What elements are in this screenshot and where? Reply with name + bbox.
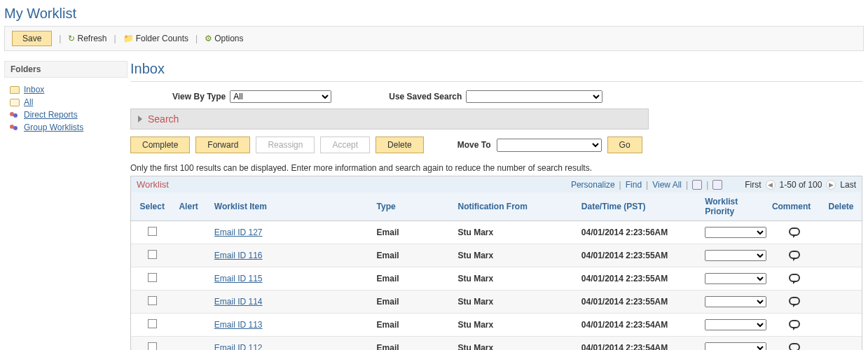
comment-icon[interactable] xyxy=(789,251,800,259)
page-title: My Worklist xyxy=(4,6,868,22)
folder-link[interactable]: Direct Reports xyxy=(24,110,78,120)
worklist-item-link[interactable]: Email ID 112 xyxy=(214,343,263,350)
worklist-item-link[interactable]: Email ID 113 xyxy=(214,320,263,330)
results-note: Only the first 100 results can be displa… xyxy=(130,163,862,173)
col-alert[interactable]: Alert xyxy=(173,192,208,221)
grid-toolbar: Personalize| Find| View All| | First ◀ 1… xyxy=(571,180,856,190)
zoom-icon[interactable] xyxy=(692,180,702,190)
comment-icon[interactable] xyxy=(789,343,800,351)
folder-item-all[interactable]: All xyxy=(10,97,128,107)
comment-icon[interactable] xyxy=(789,297,800,305)
cell-date: 04/01/2014 2:23:56AM xyxy=(576,221,699,244)
row-checkbox[interactable] xyxy=(148,319,157,328)
cell-alert xyxy=(173,337,208,351)
priority-select[interactable] xyxy=(705,296,766,307)
col-date[interactable]: Date/Time (PST) xyxy=(576,192,699,221)
saved-search-select[interactable] xyxy=(466,90,602,103)
table-row: Email ID 116EmailStu Marx04/01/2014 2:23… xyxy=(131,244,862,267)
cell-date: 04/01/2014 2:23:55AM xyxy=(576,267,699,290)
row-checkbox[interactable] xyxy=(148,250,157,259)
worklist-item-link[interactable]: Email ID 114 xyxy=(214,297,263,307)
cell-alert xyxy=(173,314,208,337)
grid-table: Select Alert Worklist Item Type Notifica… xyxy=(131,192,862,350)
folder-counts-label: Folder Counts xyxy=(136,34,188,43)
folder-closed-icon xyxy=(10,99,20,106)
comment-icon[interactable] xyxy=(789,320,800,328)
worklist-item-link[interactable]: Email ID 116 xyxy=(214,251,263,260)
go-button[interactable]: Go xyxy=(607,136,642,153)
cell-from: Stu Marx xyxy=(452,314,575,337)
col-type[interactable]: Type xyxy=(371,192,453,221)
row-checkbox[interactable] xyxy=(148,227,157,236)
delete-button[interactable]: Delete xyxy=(376,136,424,153)
col-delete[interactable]: Delete xyxy=(822,192,862,221)
table-row: Email ID 127EmailStu Marx04/01/2014 2:23… xyxy=(131,221,862,244)
toolbar: Save | ↻Refresh | 📁Folder Counts | ⚙Opti… xyxy=(4,26,864,51)
sidebar-header: Folders xyxy=(4,61,128,78)
cell-alert xyxy=(173,244,208,267)
worklist-item-link[interactable]: Email ID 115 xyxy=(214,274,263,284)
move-to-label: Move To xyxy=(457,140,491,150)
divider xyxy=(130,81,862,82)
col-comment[interactable]: Comment xyxy=(766,192,823,221)
personalize-link[interactable]: Personalize xyxy=(571,180,615,190)
refresh-label: Refresh xyxy=(77,34,106,43)
forward-button[interactable]: Forward xyxy=(195,136,250,153)
options-link[interactable]: ⚙Options xyxy=(205,34,243,43)
cell-type: Email xyxy=(371,314,453,337)
priority-select[interactable] xyxy=(705,319,766,330)
view-all-link[interactable]: View All xyxy=(652,180,682,190)
cell-date: 04/01/2014 2:23:55AM xyxy=(576,244,699,267)
main-content: Inbox View By Type All Use Saved Search … xyxy=(128,61,868,350)
folder-list: Inbox All Direct Reports Group Worklists xyxy=(4,85,128,132)
priority-select[interactable] xyxy=(705,250,766,261)
cell-date: 04/01/2014 2:23:54AM xyxy=(576,337,699,351)
folder-link[interactable]: All xyxy=(24,97,33,107)
comment-icon[interactable] xyxy=(789,274,800,282)
folder-item-group-worklists[interactable]: Group Worklists xyxy=(10,122,128,132)
first-label[interactable]: First xyxy=(745,180,761,190)
find-link[interactable]: Find xyxy=(626,180,642,190)
download-icon[interactable] xyxy=(712,180,722,190)
view-by-type-select[interactable]: All xyxy=(230,90,331,103)
cell-from: Stu Marx xyxy=(452,244,575,267)
row-checkbox[interactable] xyxy=(148,296,157,305)
row-checkbox[interactable] xyxy=(148,342,157,350)
next-page-icon[interactable]: ▶ xyxy=(826,180,836,190)
comment-icon[interactable] xyxy=(789,227,800,236)
complete-button[interactable]: Complete xyxy=(130,136,190,153)
priority-select[interactable] xyxy=(705,273,766,284)
table-row: Email ID 112EmailStu Marx04/01/2014 2:23… xyxy=(131,337,862,351)
sidebar: Folders Inbox All Direct Reports Group W… xyxy=(0,61,128,350)
people-icon xyxy=(10,111,20,119)
accept-button: Accept xyxy=(320,136,370,153)
row-checkbox[interactable] xyxy=(148,273,157,282)
col-item[interactable]: Worklist Item xyxy=(209,192,371,221)
col-priority[interactable]: Worklist Priority xyxy=(699,192,766,221)
folder-link[interactable]: Group Worklists xyxy=(24,122,83,132)
folder-link[interactable]: Inbox xyxy=(24,85,44,94)
priority-select[interactable] xyxy=(705,227,766,238)
options-label: Options xyxy=(214,34,243,43)
cell-type: Email xyxy=(371,337,453,351)
main-heading: Inbox xyxy=(130,61,862,77)
grid-header: Worklist Personalize| Find| View All| | … xyxy=(131,176,862,192)
folder-item-inbox[interactable]: Inbox xyxy=(10,85,128,94)
cell-delete xyxy=(822,221,862,244)
cell-from: Stu Marx xyxy=(452,221,575,244)
priority-select[interactable] xyxy=(705,342,766,350)
worklist-item-link[interactable]: Email ID 127 xyxy=(214,227,263,237)
col-from[interactable]: Notification From xyxy=(452,192,575,221)
last-label[interactable]: Last xyxy=(840,180,856,190)
folder-counts-link[interactable]: 📁Folder Counts xyxy=(123,34,188,43)
move-to-select[interactable] xyxy=(497,139,602,152)
cell-alert xyxy=(173,267,208,290)
folder-item-direct-reports[interactable]: Direct Reports xyxy=(10,110,128,120)
pager-range: 1-50 of 100 xyxy=(780,180,822,190)
col-select[interactable]: Select xyxy=(131,192,173,221)
save-button[interactable]: Save xyxy=(12,31,52,46)
refresh-link[interactable]: ↻Refresh xyxy=(68,34,106,43)
prev-page-icon[interactable]: ◀ xyxy=(766,180,776,190)
expand-search-icon[interactable] xyxy=(138,115,142,122)
cell-type: Email xyxy=(371,290,453,314)
